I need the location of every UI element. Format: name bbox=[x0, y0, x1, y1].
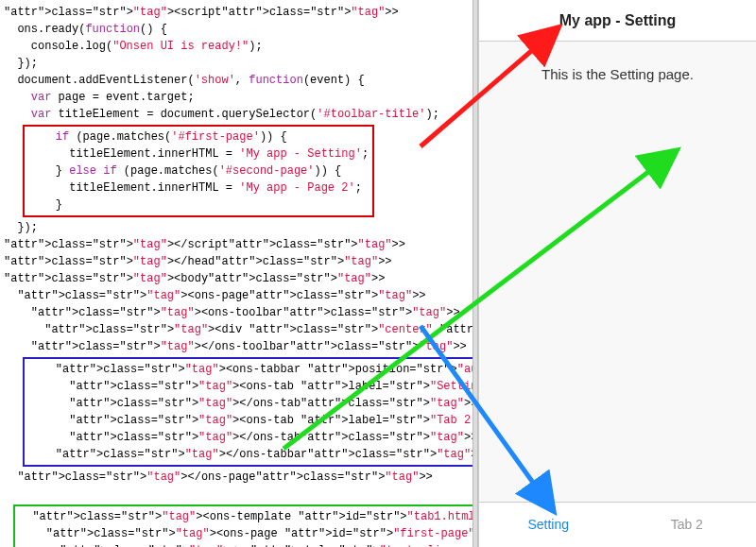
code-line: } else if (page.matches('#second-page'))… bbox=[28, 162, 369, 179]
code-line: document.addEventListener('show', functi… bbox=[4, 72, 472, 89]
code-line: "attr">class="str">"tag"><ons-page"attr"… bbox=[4, 287, 472, 304]
tabbar: Setting Tab 2 bbox=[479, 502, 756, 547]
code-line: } bbox=[28, 197, 369, 214]
code-line: "attr">class="str">"tag"></ons-tab"attr"… bbox=[28, 429, 472, 446]
code-line: "attr">class="str">"tag"></ons-tab"attr"… bbox=[28, 395, 472, 412]
code-line: console.log("Onsen UI is ready!"); bbox=[4, 38, 472, 55]
code-line: "attr">class="str">"tag"><ons-tabbar "at… bbox=[28, 361, 472, 378]
code-line: titleElement.innerHTML = 'My app - Setti… bbox=[28, 145, 369, 162]
code-line: var page = event.target; bbox=[4, 89, 472, 106]
code-editor-pane: "attr">class="str">"tag"><script"attr">c… bbox=[0, 0, 472, 547]
code-line: "attr">class="str">"tag"><ons-tab "attr"… bbox=[28, 412, 472, 429]
code-line: "attr">class="str">"tag"><ons-page "attr… bbox=[19, 525, 472, 542]
code-line: "attr">class="str">"tag"></head"attr">cl… bbox=[4, 253, 472, 270]
code-line: "attr">class="str">"tag"><ons-template "… bbox=[19, 508, 472, 525]
code-line: "attr">class="str">"tag"><script"attr">c… bbox=[4, 4, 472, 21]
tab-tab2[interactable]: Tab 2 bbox=[618, 503, 757, 547]
code-line: "attr">class="str">"tag"></ons-tabbar"at… bbox=[28, 446, 472, 463]
code-line: "attr">class="str">"tag"></script"attr">… bbox=[4, 236, 472, 253]
code-line bbox=[4, 486, 472, 503]
code-line: }); bbox=[4, 219, 472, 236]
toolbar: My app - Setting bbox=[479, 0, 756, 42]
code-line: "attr">class="str">"tag"><p "attr">style… bbox=[19, 542, 472, 547]
code-line: "attr">class="str">"tag"><ons-toolbar"at… bbox=[4, 304, 472, 321]
code-line: "attr">class="str">"tag"><div "attr">cla… bbox=[4, 321, 472, 338]
code-line: "attr">class="str">"tag"><body"attr">cla… bbox=[4, 270, 472, 287]
tab-label: Setting bbox=[527, 515, 569, 535]
annotation-box-red: if (page.matches('#first-page')) { title… bbox=[23, 125, 374, 217]
annotation-box-green: "attr">class="str">"tag"><ons-template "… bbox=[13, 504, 472, 547]
code-line: if (page.matches('#first-page')) { bbox=[28, 128, 369, 145]
code-line: "attr">class="str">"tag"><ons-tab "attr"… bbox=[28, 378, 472, 395]
page-content-text: This is the Setting page. bbox=[541, 66, 694, 82]
page-title: My app - Setting bbox=[559, 9, 677, 32]
page-content: This is the Setting page. bbox=[479, 42, 756, 502]
tab-setting[interactable]: Setting bbox=[479, 503, 618, 547]
code-line: "attr">class="str">"tag"></ons-page"attr… bbox=[4, 469, 472, 486]
code-line: "attr">class="str">"tag"></ons-toolbar"a… bbox=[4, 338, 472, 355]
code-line: var titleElement = document.querySelecto… bbox=[4, 106, 472, 123]
preview-pane: My app - Setting This is the Setting pag… bbox=[478, 0, 756, 547]
code-line: titleElement.innerHTML = 'My app - Page … bbox=[28, 179, 369, 197]
code-line: }); bbox=[4, 55, 472, 72]
annotation-box-blue: "attr">class="str">"tag"><ons-tabbar "at… bbox=[23, 357, 472, 467]
code-line: ons.ready(function() { bbox=[4, 21, 472, 38]
tab-label: Tab 2 bbox=[671, 515, 703, 535]
